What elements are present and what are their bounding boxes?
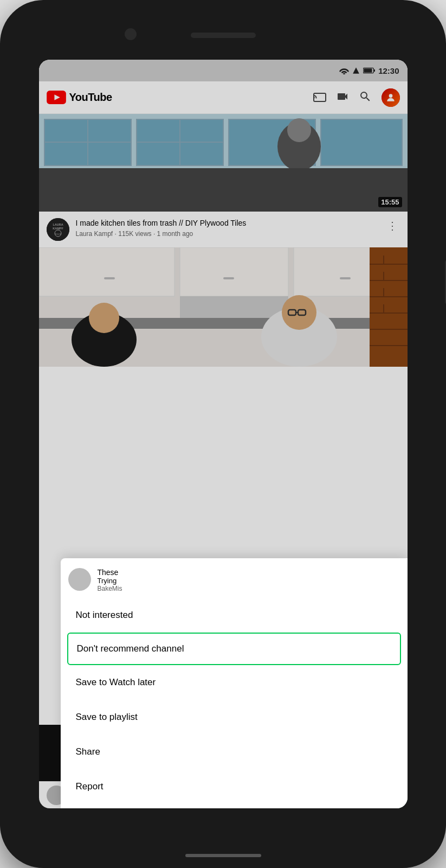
menu-item-save-watch-later[interactable]: Save to Watch later [61, 665, 408, 700]
context-menu: These Trying BakeMis Not interested Don'… [61, 558, 408, 808]
home-indicator[interactable] [185, 854, 261, 857]
video2-channel-partial: BakeMis [98, 585, 122, 592]
menu-item-share[interactable]: Share [61, 735, 408, 769]
menu-item-save-playlist[interactable]: Save to playlist [61, 700, 408, 735]
menu-item-not-interested[interactable]: Not interested [61, 598, 408, 633]
speaker [191, 33, 256, 38]
phone-frame: 12:30 YouTube [0, 0, 446, 868]
video2-meta: These Trying BakeMis [98, 568, 122, 592]
video2-title-partial: These [98, 568, 122, 577]
menu-item-report[interactable]: Report [61, 769, 408, 804]
menu-item-dont-recommend[interactable]: Don't recommend channel [67, 633, 401, 665]
screen: 12:30 YouTube [39, 60, 408, 808]
video2-partial-info: These Trying BakeMis [61, 563, 408, 598]
front-camera [125, 28, 137, 40]
video2-subtitle-partial: Trying [98, 577, 122, 585]
channel2-avatar [68, 568, 91, 591]
context-menu-overlay[interactable]: These Trying BakeMis Not interested Don'… [39, 60, 408, 808]
